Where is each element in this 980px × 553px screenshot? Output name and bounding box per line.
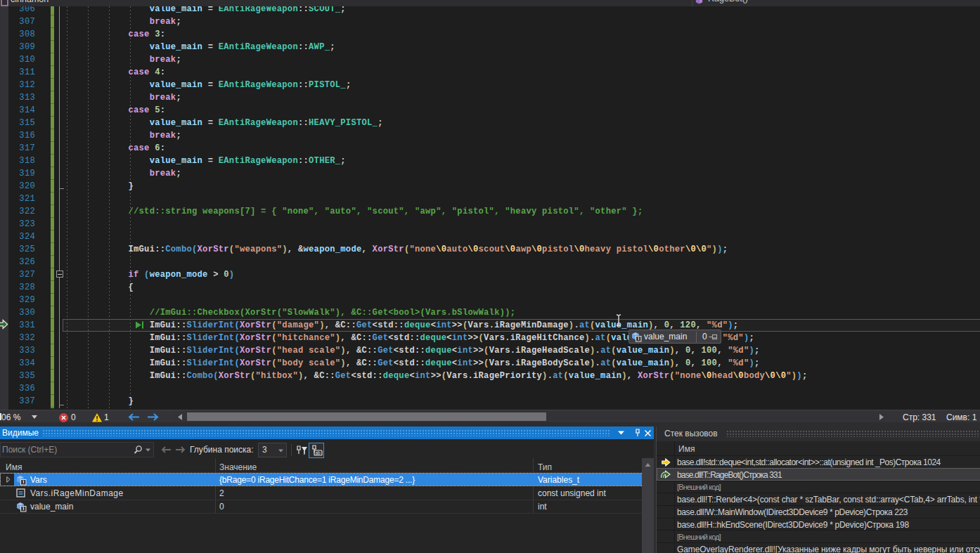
svg-text:ab: ab [316, 450, 321, 455]
